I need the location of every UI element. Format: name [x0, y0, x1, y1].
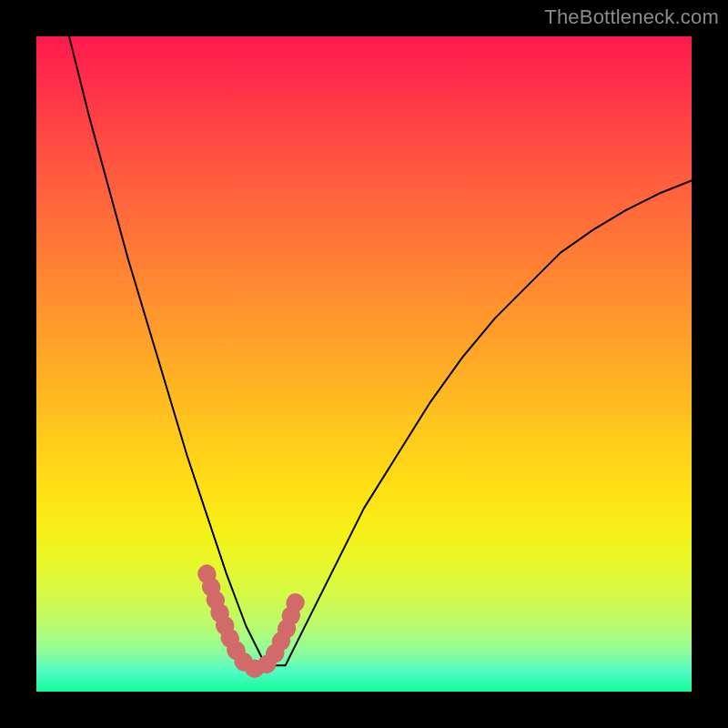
bottleneck-curve: [69, 36, 692, 665]
chart-frame: TheBottleneck.com: [0, 0, 728, 728]
curve-layer: [36, 36, 692, 692]
watermark-text: TheBottleneck.com: [544, 5, 719, 29]
valley-highlight: [207, 573, 298, 668]
plot-area: [36, 36, 692, 692]
